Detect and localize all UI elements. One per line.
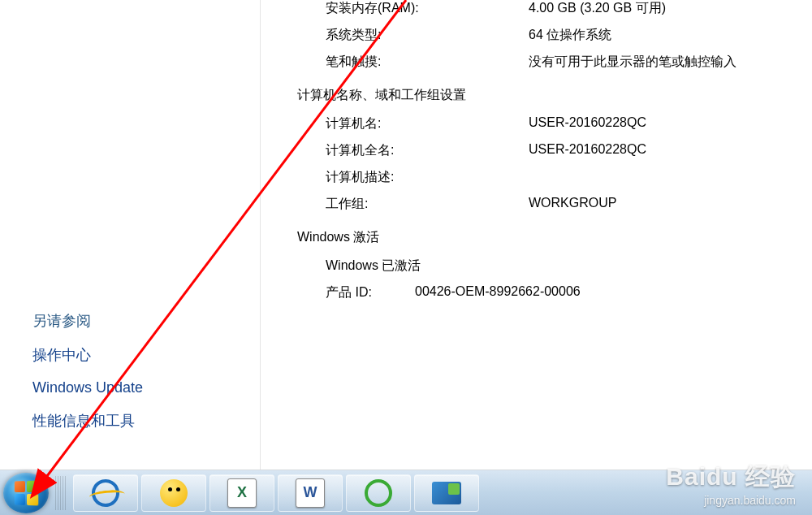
activation-status-row: Windows 已激活	[297, 258, 796, 275]
taskbar-excel[interactable]: X	[209, 474, 274, 512]
sidebar-title: 另请参阅	[32, 311, 260, 331]
taskbar-word[interactable]: W	[278, 474, 343, 512]
sidebar-link-action-center[interactable]: 操作中心	[32, 345, 260, 365]
product-id-row: 产品 ID: 00426-OEM-8992662-00006	[297, 284, 796, 301]
taskbar: X W	[0, 470, 812, 515]
product-id-label: 产品 ID:	[326, 284, 415, 301]
pen-touch-row: 笔和触摸: 没有可用于此显示器的笔或触控输入	[297, 54, 796, 71]
full-name-value: USER-20160228QC	[529, 142, 796, 159]
sidebar-link-performance[interactable]: 性能信息和工具	[32, 411, 260, 431]
ram-row: 安装内存(RAM): 4.00 GB (3.20 GB 可用)	[297, 0, 796, 17]
system-type-value: 64 位操作系统	[529, 27, 796, 44]
taskbar-app-chick[interactable]	[141, 474, 206, 512]
workgroup-row: 工作组: WORKGROUP	[297, 196, 796, 213]
control-panel-icon	[432, 482, 461, 504]
computer-section-title: 计算机名称、域和工作组设置	[297, 87, 796, 104]
ram-value: 4.00 GB (3.20 GB 可用)	[529, 0, 796, 17]
system-type-label: 系统类型:	[326, 27, 529, 44]
chick-icon	[160, 479, 188, 507]
full-name-row: 计算机全名: USER-20160228QC	[297, 142, 796, 159]
word-icon: W	[296, 478, 325, 508]
ie-icon	[89, 476, 123, 510]
start-button[interactable]	[3, 473, 49, 513]
sidebar-link-windows-update[interactable]: Windows Update	[32, 379, 260, 396]
taskbar-separator	[55, 476, 67, 510]
taskbar-green-browser[interactable]	[346, 474, 411, 512]
activation-section-title: Windows 激活	[297, 229, 796, 246]
windows-logo-icon	[15, 480, 38, 505]
system-type-row: 系统类型: 64 位操作系统	[297, 27, 796, 44]
full-name-label: 计算机全名:	[326, 142, 529, 159]
computer-name-value: USER-20160228QC	[529, 115, 796, 132]
description-value	[529, 169, 796, 186]
ram-label: 安装内存(RAM):	[326, 0, 529, 17]
computer-name-row: 计算机名: USER-20160228QC	[297, 115, 796, 132]
pen-touch-label: 笔和触摸:	[326, 54, 529, 71]
workgroup-value: WORKGROUP	[529, 196, 796, 213]
description-label: 计算机描述:	[326, 169, 529, 186]
product-id-value: 00426-OEM-8992662-00006	[415, 284, 796, 301]
pen-touch-value: 没有可用于此显示器的笔或触控输入	[529, 54, 796, 71]
excel-icon: X	[227, 478, 257, 508]
green-browser-icon	[365, 479, 392, 507]
system-properties-panel: 安装内存(RAM): 4.00 GB (3.20 GB 可用) 系统类型: 64…	[260, 0, 812, 470]
sidebar: 另请参阅 操作中心 Windows Update 性能信息和工具	[0, 0, 260, 470]
taskbar-control-panel[interactable]	[414, 474, 479, 512]
description-row: 计算机描述:	[297, 169, 796, 186]
activation-status: Windows 已激活	[326, 258, 529, 275]
taskbar-ie[interactable]	[73, 474, 138, 512]
computer-name-label: 计算机名:	[326, 115, 529, 132]
workgroup-label: 工作组:	[326, 196, 529, 213]
